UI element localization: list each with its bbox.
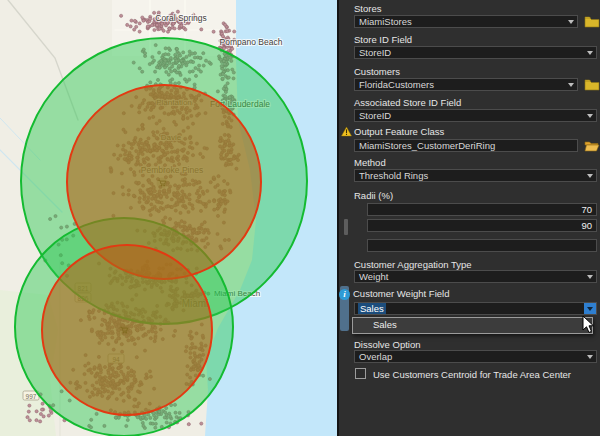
route-shield-number: 997 xyxy=(26,393,37,400)
customer-dot xyxy=(226,30,229,33)
customer-dot xyxy=(41,402,44,405)
customer-weight-field-value: Sales xyxy=(358,303,386,314)
store-id-combo[interactable]: StoreID xyxy=(354,46,597,59)
radii-value-input-2[interactable]: 90 xyxy=(367,219,597,232)
info-icon: i xyxy=(339,289,350,300)
customer-dot xyxy=(28,404,31,407)
threshold-ring-70[interactable] xyxy=(42,245,212,415)
use-customers-centroid-checkbox[interactable] xyxy=(355,368,366,379)
customer-dot xyxy=(133,19,136,22)
customer-dot xyxy=(133,28,136,31)
dropdown-item-sales[interactable]: Sales xyxy=(353,318,592,332)
customer-dot xyxy=(153,28,156,31)
geoprocessing-pane: Stores MiamiStores Store ID Field StoreI… xyxy=(337,0,600,436)
customer-dot xyxy=(155,24,158,27)
customer-dot xyxy=(40,408,43,411)
stores-label: Stores xyxy=(354,3,381,14)
associated-store-id-label: Associated Store ID Field xyxy=(354,97,461,108)
customer-dot xyxy=(39,412,42,415)
customer-dot xyxy=(27,410,30,413)
customer-dot xyxy=(35,410,38,413)
dissolve-option-combo[interactable]: Overlap xyxy=(354,350,597,363)
customer-dot xyxy=(135,25,138,28)
dissolve-option-value: Overlap xyxy=(359,351,392,362)
store-id-value: StoreID xyxy=(359,47,391,58)
chevron-down-icon[interactable] xyxy=(587,174,593,178)
chevron-down-icon[interactable] xyxy=(587,355,593,359)
method-combo[interactable]: Threshold Rings xyxy=(354,169,597,182)
customer-dot xyxy=(168,27,171,30)
associated-store-id-combo[interactable]: StoreID xyxy=(354,109,597,122)
customer-dot xyxy=(149,17,152,20)
customer-dot xyxy=(158,27,161,30)
mouse-cursor xyxy=(582,315,596,335)
customer-weight-field-label: Customer Weight Field xyxy=(353,288,449,299)
customer-dot xyxy=(146,25,149,28)
customer-dot xyxy=(47,414,50,417)
warning-icon xyxy=(341,126,352,137)
customer-dot xyxy=(164,24,167,27)
radii-label: Radii (%) xyxy=(354,190,393,201)
customer-dot xyxy=(130,19,133,22)
customers-combo[interactable]: FloridaCustomers xyxy=(354,78,578,91)
chevron-down-icon[interactable] xyxy=(587,51,593,55)
stores-value: MiamiStores xyxy=(359,16,412,27)
customer-dot xyxy=(142,19,145,22)
customer-aggregation-type-label: Customer Aggregation Type xyxy=(354,259,472,270)
chevron-down-icon[interactable] xyxy=(587,275,593,279)
output-feature-class-label: Output Feature Class xyxy=(354,126,444,137)
customer-aggregation-type-combo[interactable]: Weight xyxy=(354,270,597,283)
map-view[interactable]: Coral SpringsPompano BeachPlantationFort… xyxy=(0,0,337,436)
customer-dot xyxy=(200,422,203,425)
arcgis-window: Coral SpringsPompano BeachPlantationFort… xyxy=(0,0,600,436)
radii-value-2: 90 xyxy=(581,220,592,231)
customer-dot xyxy=(231,47,234,50)
customer-dot xyxy=(141,16,144,19)
customer-dot xyxy=(212,30,215,33)
chevron-down-icon[interactable] xyxy=(568,20,574,24)
customers-label: Customers xyxy=(354,66,400,77)
customer-aggregation-type-value: Weight xyxy=(359,271,388,282)
output-feature-class-value: MiamiStores_CustomerDeriRing xyxy=(359,140,495,151)
customer-dot xyxy=(173,27,176,30)
customers-value: FloridaCustomers xyxy=(359,79,434,90)
open-folder-icon[interactable] xyxy=(584,139,600,153)
map-place-label: Coral Springs xyxy=(155,13,207,23)
method-value: Threshold Rings xyxy=(359,170,428,181)
customer-dot xyxy=(151,24,154,27)
customer-dot xyxy=(233,30,236,33)
customer-dot xyxy=(42,415,45,418)
customer-dot xyxy=(35,419,38,422)
weight-field-dropdown-list: Sales xyxy=(352,317,593,334)
method-label: Method xyxy=(354,157,386,168)
customer-dot xyxy=(187,423,190,426)
browse-folder-icon[interactable] xyxy=(584,78,600,92)
customer-dot xyxy=(120,14,123,17)
customer-dot xyxy=(224,23,227,26)
customer-dot xyxy=(129,25,132,28)
output-feature-class-input[interactable]: MiamiStores_CustomerDeriRing xyxy=(354,139,578,152)
use-customers-centroid-label: Use Customers Centroid for Trade Area Ce… xyxy=(373,369,571,380)
customer-dot xyxy=(26,416,29,419)
chevron-down-icon[interactable] xyxy=(587,114,593,118)
chevron-down-icon xyxy=(587,307,593,311)
customer-dot xyxy=(200,28,203,31)
customer-dot xyxy=(28,419,31,422)
chevron-down-icon[interactable] xyxy=(568,83,574,87)
customer-weight-field-combo[interactable]: Sales xyxy=(354,302,597,315)
row-drag-handle[interactable] xyxy=(344,219,348,235)
customer-dot xyxy=(138,30,141,33)
dropdown-button[interactable] xyxy=(584,303,596,314)
associated-store-id-value: StoreID xyxy=(359,110,391,121)
radii-value-1: 70 xyxy=(581,204,592,215)
customer-dot xyxy=(180,24,183,27)
customer-dot xyxy=(184,28,187,31)
store-id-label: Store ID Field xyxy=(354,34,412,45)
browse-folder-icon[interactable] xyxy=(584,15,600,29)
stores-combo[interactable]: MiamiStores xyxy=(354,15,578,28)
customer-dot xyxy=(138,22,141,25)
radii-value-input-3[interactable] xyxy=(367,239,597,252)
dissolve-option-label: Dissolve Option xyxy=(354,339,421,350)
radii-value-input-1[interactable]: 70 xyxy=(367,203,597,216)
customer-dot xyxy=(126,23,129,26)
